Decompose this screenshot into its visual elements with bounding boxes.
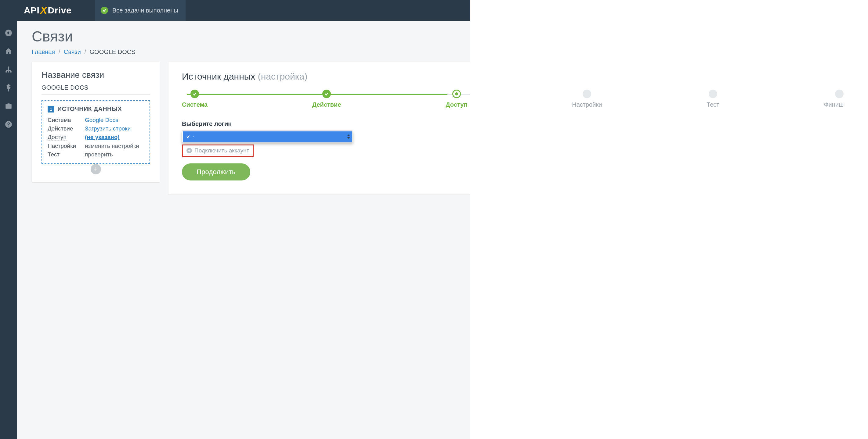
row-test-label: Тест bbox=[48, 151, 81, 158]
row-action-value[interactable]: Загрузить строки bbox=[85, 125, 144, 132]
connect-account-label: Подключить аккаунт bbox=[194, 147, 249, 154]
pending-step-icon bbox=[835, 90, 844, 98]
row-settings-label: Настройки bbox=[48, 143, 81, 149]
brand-part-x: X bbox=[39, 4, 48, 16]
step-label: Тест bbox=[707, 101, 719, 108]
step-settings[interactable]: Настройки bbox=[572, 90, 602, 108]
tasks-status-text: Все задачи выполнены bbox=[112, 7, 178, 14]
brand-logo[interactable]: API X Drive bbox=[0, 5, 95, 16]
continue-button[interactable]: Продолжить bbox=[182, 163, 250, 180]
login-field-label: Выберите логин bbox=[182, 121, 353, 128]
sidebar-sitemap-icon[interactable] bbox=[0, 62, 17, 77]
brand-part-drive: Drive bbox=[48, 5, 72, 15]
wizard-heading-main: Источник данных bbox=[182, 71, 255, 81]
source-block-title: ИСТОЧНИК ДАННЫХ bbox=[57, 105, 122, 112]
breadcrumb-home[interactable]: Главная bbox=[32, 48, 55, 55]
sidebar-help-icon[interactable] bbox=[0, 116, 17, 132]
step-access[interactable]: Доступ bbox=[445, 90, 467, 108]
check-icon bbox=[186, 134, 190, 139]
row-action-label: Действие bbox=[48, 125, 81, 132]
tasks-status[interactable]: Все задачи выполнены bbox=[95, 0, 186, 21]
letterbox bbox=[470, 0, 868, 439]
row-system-value[interactable]: Google Docs bbox=[85, 117, 144, 124]
pending-step-icon bbox=[709, 90, 717, 98]
check-icon bbox=[190, 90, 199, 98]
breadcrumb-sep: / bbox=[57, 48, 62, 55]
connection-name: GOOGLE DOCS bbox=[41, 84, 150, 95]
plus-circle-icon: + bbox=[186, 148, 192, 153]
check-circle-icon bbox=[101, 7, 108, 14]
current-step-icon bbox=[452, 90, 461, 98]
sidebar-enter-icon[interactable] bbox=[0, 25, 17, 41]
step-label: Финиш bbox=[824, 101, 844, 108]
row-test-value[interactable]: проверить bbox=[85, 151, 144, 158]
connection-card: Название связи GOOGLE DOCS 1 ИСТОЧНИК ДА… bbox=[32, 62, 160, 182]
step-label: Доступ bbox=[445, 101, 467, 108]
breadcrumb-current: GOOGLE DOCS bbox=[90, 48, 135, 55]
step-action[interactable]: Действие bbox=[312, 90, 341, 108]
sidebar-briefcase-icon[interactable] bbox=[0, 98, 17, 114]
step-label: Система bbox=[182, 101, 208, 108]
step-label: Действие bbox=[312, 101, 341, 108]
check-icon bbox=[322, 90, 331, 98]
step-test[interactable]: Тест bbox=[707, 90, 719, 108]
login-selected-value: - bbox=[193, 134, 194, 140]
add-destination-button[interactable]: + bbox=[91, 164, 101, 174]
connect-account-button[interactable]: + Подключить аккаунт bbox=[182, 144, 254, 157]
row-access-label: Доступ bbox=[48, 134, 66, 141]
step-label: Настройки bbox=[572, 101, 602, 108]
select-arrows-icon bbox=[347, 134, 350, 139]
row-access-value[interactable]: (не указано) bbox=[85, 134, 144, 141]
sidebar-billing-icon[interactable] bbox=[0, 80, 17, 96]
login-select[interactable]: - bbox=[182, 131, 353, 143]
brand-part-api: API bbox=[24, 5, 40, 15]
row-settings-value[interactable]: изменить настройки bbox=[85, 143, 144, 149]
wizard-heading-sub: (настройка) bbox=[258, 71, 308, 81]
source-block[interactable]: 1 ИСТОЧНИК ДАННЫХ Система Google Docs Де… bbox=[41, 100, 150, 164]
breadcrumb-section[interactable]: Связи bbox=[64, 48, 81, 55]
breadcrumb-sep: / bbox=[83, 48, 88, 55]
source-number-badge: 1 bbox=[48, 106, 54, 112]
step-system[interactable]: Система bbox=[182, 90, 208, 108]
pending-step-icon bbox=[583, 90, 591, 98]
row-system-label: Система bbox=[48, 117, 81, 124]
sidebar-home-icon[interactable] bbox=[0, 43, 17, 59]
connection-heading: Название связи bbox=[41, 70, 150, 80]
left-sidebar bbox=[0, 21, 17, 439]
step-finish[interactable]: Финиш bbox=[824, 90, 844, 108]
